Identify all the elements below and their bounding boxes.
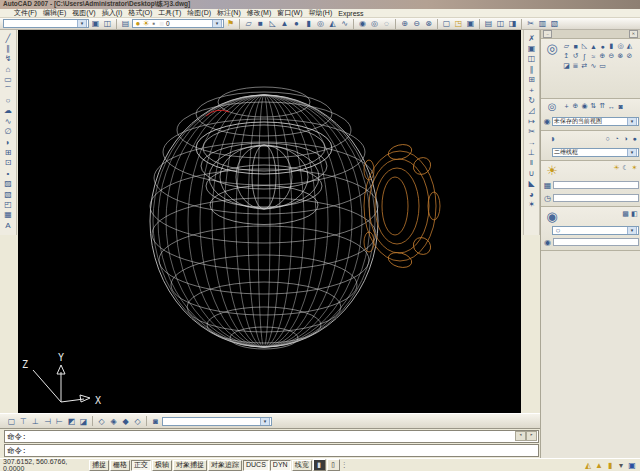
intersect-icon[interactable]: ⊗ bbox=[616, 51, 625, 61]
publish-icon[interactable]: ◨ bbox=[507, 18, 518, 29]
command-history[interactable]: 命令: ◂ ▸ bbox=[4, 430, 539, 443]
open-icon[interactable]: ◳ bbox=[453, 18, 464, 29]
move-icon[interactable]: + bbox=[525, 85, 538, 95]
stretch-icon[interactable]: ↦ bbox=[525, 116, 538, 126]
view-right-icon[interactable]: ⊢ bbox=[54, 416, 65, 427]
chevron-down-icon[interactable]: ▾ bbox=[77, 19, 87, 28]
revcloud-icon[interactable]: ☁ bbox=[2, 106, 15, 116]
3d-make-panel-icon[interactable]: ◎ bbox=[542, 41, 562, 96]
view-front-icon[interactable]: ◩ bbox=[66, 416, 77, 427]
material-apply-icon[interactable]: ◧ bbox=[630, 209, 639, 219]
box-icon[interactable]: ■ bbox=[255, 18, 266, 29]
layer-lock-icon[interactable]: ▪ bbox=[150, 19, 158, 28]
preview-icon[interactable]: ◫ bbox=[495, 18, 506, 29]
torus-icon[interactable]: ◎ bbox=[616, 41, 625, 51]
orbit-icon[interactable]: ◉ bbox=[357, 18, 368, 29]
drawing-canvas[interactable]: Y Z X bbox=[18, 30, 521, 413]
scroll-right-icon[interactable]: ▸ bbox=[526, 431, 537, 441]
menu-draw[interactable]: 绘图(D) bbox=[187, 8, 211, 18]
array-icon[interactable]: ⊞ bbox=[525, 75, 538, 85]
subtract-icon[interactable]: ⊖ bbox=[411, 18, 422, 29]
material-combo[interactable]: ○ ▾ bbox=[552, 226, 639, 235]
camera-icon[interactable]: ◙ bbox=[150, 416, 161, 427]
iso-se-icon[interactable]: ◈ bbox=[108, 416, 119, 427]
wedge-icon[interactable]: ◺ bbox=[267, 18, 278, 29]
contrast-slider[interactable] bbox=[553, 194, 639, 202]
view-back-icon[interactable]: ◪ bbox=[78, 416, 89, 427]
plot-icon[interactable]: ▤ bbox=[483, 18, 494, 29]
vs-3d-hidden-icon[interactable]: ◔ bbox=[612, 133, 621, 143]
polygon-icon[interactable]: ⌂ bbox=[2, 64, 15, 74]
cylinder-icon[interactable]: ▮ bbox=[303, 18, 314, 29]
workspace-save-icon[interactable]: ◫ bbox=[102, 18, 113, 29]
rectangle-icon[interactable]: ▭ bbox=[2, 75, 15, 85]
pyramid-icon[interactable]: ◭ bbox=[625, 41, 634, 51]
iso-nw-icon[interactable]: ◇ bbox=[132, 416, 143, 427]
vs-2d-wireframe-icon[interactable]: ○ bbox=[603, 133, 612, 143]
annotation-visibility-icon[interactable]: ▲ bbox=[594, 460, 604, 470]
chevron-down-icon[interactable]: ▾ bbox=[260, 417, 270, 426]
material-field[interactable] bbox=[553, 238, 639, 246]
save-icon[interactable]: ▣ bbox=[465, 18, 476, 29]
polysolid-icon[interactable]: ▱ bbox=[562, 41, 571, 51]
thicken-icon[interactable]: ≣ bbox=[571, 61, 580, 71]
fillet-icon[interactable]: ◕ bbox=[525, 189, 538, 199]
erase-icon[interactable]: ✗ bbox=[525, 33, 538, 43]
named-view-combo[interactable]: 未保存的当前视图 ▾ bbox=[552, 117, 639, 126]
otrack-button[interactable]: 对象追踪 bbox=[208, 460, 242, 471]
view-top-icon[interactable]: ⊤ bbox=[18, 416, 29, 427]
menu-insert[interactable]: 插入(I) bbox=[102, 8, 123, 18]
sphere-icon[interactable]: ● bbox=[598, 41, 607, 51]
trim-icon[interactable]: ✂ bbox=[525, 127, 538, 137]
menu-window[interactable]: 窗口(W) bbox=[277, 8, 302, 18]
annotation-scale-icon[interactable]: ◭ bbox=[583, 460, 593, 470]
loft-icon[interactable]: ≈ bbox=[589, 51, 598, 61]
snap-button[interactable]: 捕捉 bbox=[89, 460, 109, 471]
mirror-icon[interactable]: ◫ bbox=[525, 54, 538, 64]
chevron-down-icon[interactable]: ▾ bbox=[212, 19, 222, 28]
region-icon[interactable]: ◰ bbox=[2, 199, 15, 209]
lineweight-button[interactable]: 线宽 bbox=[292, 460, 312, 471]
pan-icon[interactable]: + bbox=[562, 101, 571, 111]
fly-icon[interactable]: ⇈ bbox=[598, 101, 607, 111]
point-icon[interactable]: • bbox=[2, 168, 15, 178]
ellipse-icon[interactable]: ∅ bbox=[2, 127, 15, 137]
revolve-icon[interactable]: ↺ bbox=[571, 51, 580, 61]
menu-modify[interactable]: 修改(M) bbox=[247, 8, 272, 18]
menu-tools[interactable]: 工具(T) bbox=[158, 8, 181, 18]
menu-file[interactable]: 文件(F) bbox=[14, 8, 37, 18]
light-panel-icon[interactable]: ☀ bbox=[542, 163, 562, 179]
menu-format[interactable]: 格式(O) bbox=[128, 8, 152, 18]
subtract-icon[interactable]: ⊖ bbox=[607, 51, 616, 61]
helix-icon[interactable]: ∿ bbox=[339, 18, 350, 29]
union-icon[interactable]: ⊕ bbox=[598, 51, 607, 61]
ortho-button[interactable]: 正交 bbox=[131, 460, 151, 471]
cone-icon[interactable]: ▲ bbox=[279, 18, 290, 29]
cylinder-icon[interactable]: ▮ bbox=[607, 41, 616, 51]
vs-conceptual-icon[interactable]: ● bbox=[630, 133, 639, 143]
visual-style-combo[interactable]: 二维线框 ▾ bbox=[552, 148, 639, 157]
extend-icon[interactable]: → bbox=[525, 137, 538, 147]
iso-sw-icon[interactable]: ◇ bbox=[96, 416, 107, 427]
intersect-icon[interactable]: ⊗ bbox=[423, 18, 434, 29]
vs-realistic-icon[interactable]: ◑ bbox=[621, 133, 630, 143]
cut-icon[interactable]: ✂ bbox=[525, 18, 536, 29]
layer-manager-icon[interactable]: ▤ bbox=[120, 18, 131, 29]
coordinate-readout[interactable]: 307.6152, 560.6766, 0.0000 bbox=[3, 458, 89, 471]
chevron-down-icon[interactable]: ▾ bbox=[627, 148, 637, 157]
plane-icon[interactable]: ▭ bbox=[598, 61, 607, 71]
slice-icon[interactable]: ◪ bbox=[562, 61, 571, 71]
sphere-icon[interactable]: ● bbox=[291, 18, 302, 29]
explode-icon[interactable]: ✶ bbox=[525, 199, 538, 209]
menu-view[interactable]: 视图(V) bbox=[72, 8, 95, 18]
rotate-icon[interactable]: ↻ bbox=[525, 95, 538, 105]
materials-panel-icon[interactable]: ◉ bbox=[542, 209, 562, 225]
offset-icon[interactable]: ∥ bbox=[525, 64, 538, 74]
scale-icon[interactable]: ◿ bbox=[525, 106, 538, 116]
orbit-icon[interactable]: ◉ bbox=[580, 101, 589, 111]
chamfer-icon[interactable]: ◣ bbox=[525, 178, 538, 188]
brightness-slider[interactable] bbox=[553, 181, 639, 189]
walk-icon[interactable]: ⇅ bbox=[589, 101, 598, 111]
cone-icon[interactable]: ▲ bbox=[589, 41, 598, 51]
command-hscrollbar[interactable]: ◂ ▸ bbox=[515, 431, 537, 441]
